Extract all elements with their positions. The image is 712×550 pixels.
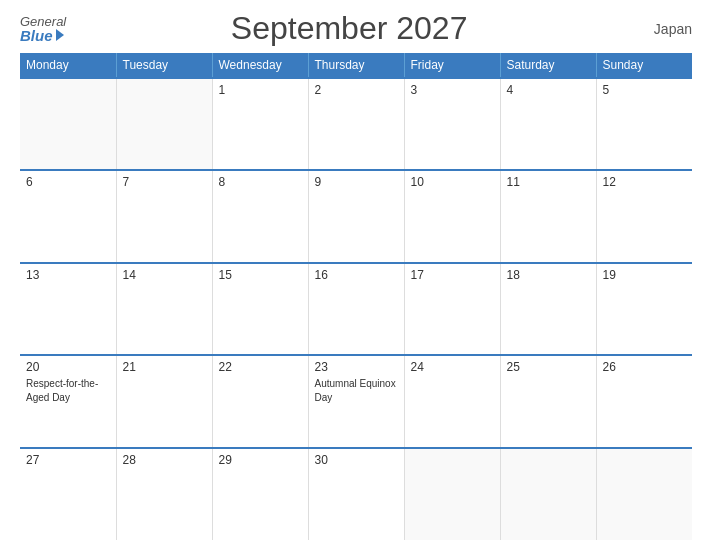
day-number: 22 <box>219 360 302 374</box>
country-label: Japan <box>632 21 692 37</box>
day-number: 1 <box>219 83 302 97</box>
day-cell: 27 <box>20 448 116 540</box>
calendar-title: September 2027 <box>66 10 632 47</box>
day-cell: 8 <box>212 170 308 262</box>
calendar-header: General Blue September 2027 Japan <box>20 10 692 47</box>
day-cell: 17 <box>404 263 500 355</box>
calendar-table: MondayTuesdayWednesdayThursdayFridaySatu… <box>20 53 692 540</box>
day-cell <box>20 78 116 170</box>
day-cell: 14 <box>116 263 212 355</box>
day-cell: 7 <box>116 170 212 262</box>
day-cell: 29 <box>212 448 308 540</box>
day-cell: 4 <box>500 78 596 170</box>
logo: General Blue <box>20 15 66 43</box>
day-cell: 10 <box>404 170 500 262</box>
day-number: 27 <box>26 453 110 467</box>
day-event: Respect-for-the-Aged Day <box>26 378 98 403</box>
day-event: Autumnal Equinox Day <box>315 378 396 403</box>
day-cell: 6 <box>20 170 116 262</box>
day-number: 24 <box>411 360 494 374</box>
day-number: 21 <box>123 360 206 374</box>
day-number: 8 <box>219 175 302 189</box>
day-cell: 21 <box>116 355 212 447</box>
day-cell <box>596 448 692 540</box>
day-number: 28 <box>123 453 206 467</box>
week-row-3: 13141516171819 <box>20 263 692 355</box>
weekday-header-saturday: Saturday <box>500 53 596 78</box>
weekday-header-friday: Friday <box>404 53 500 78</box>
day-number: 4 <box>507 83 590 97</box>
day-number: 30 <box>315 453 398 467</box>
week-row-4: 20Respect-for-the-Aged Day212223Autumnal… <box>20 355 692 447</box>
day-cell: 22 <box>212 355 308 447</box>
day-number: 25 <box>507 360 590 374</box>
day-number: 14 <box>123 268 206 282</box>
week-row-5: 27282930 <box>20 448 692 540</box>
weekday-header-monday: Monday <box>20 53 116 78</box>
day-cell: 25 <box>500 355 596 447</box>
logo-triangle-icon <box>56 29 64 41</box>
day-number: 11 <box>507 175 590 189</box>
day-number: 19 <box>603 268 687 282</box>
day-cell: 24 <box>404 355 500 447</box>
day-cell: 18 <box>500 263 596 355</box>
day-cell <box>500 448 596 540</box>
day-number: 17 <box>411 268 494 282</box>
day-cell: 12 <box>596 170 692 262</box>
day-cell: 11 <box>500 170 596 262</box>
day-cell: 13 <box>20 263 116 355</box>
day-cell <box>116 78 212 170</box>
day-cell: 23Autumnal Equinox Day <box>308 355 404 447</box>
logo-blue-text: Blue <box>20 28 66 43</box>
day-cell: 28 <box>116 448 212 540</box>
day-number: 26 <box>603 360 687 374</box>
week-row-1: 12345 <box>20 78 692 170</box>
day-number: 16 <box>315 268 398 282</box>
day-cell: 9 <box>308 170 404 262</box>
day-number: 7 <box>123 175 206 189</box>
week-row-2: 6789101112 <box>20 170 692 262</box>
day-number: 29 <box>219 453 302 467</box>
day-cell: 5 <box>596 78 692 170</box>
day-cell: 16 <box>308 263 404 355</box>
day-number: 18 <box>507 268 590 282</box>
logo-general-text: General <box>20 15 66 28</box>
day-number: 10 <box>411 175 494 189</box>
day-cell: 30 <box>308 448 404 540</box>
day-cell: 19 <box>596 263 692 355</box>
day-number: 6 <box>26 175 110 189</box>
weekday-header-thursday: Thursday <box>308 53 404 78</box>
day-cell: 1 <box>212 78 308 170</box>
day-number: 2 <box>315 83 398 97</box>
day-number: 3 <box>411 83 494 97</box>
day-number: 5 <box>603 83 687 97</box>
day-cell: 15 <box>212 263 308 355</box>
weekday-header-wednesday: Wednesday <box>212 53 308 78</box>
day-cell: 3 <box>404 78 500 170</box>
weekday-header-row: MondayTuesdayWednesdayThursdayFridaySatu… <box>20 53 692 78</box>
day-number: 12 <box>603 175 687 189</box>
day-cell: 26 <box>596 355 692 447</box>
weekday-header-sunday: Sunday <box>596 53 692 78</box>
day-number: 15 <box>219 268 302 282</box>
day-number: 13 <box>26 268 110 282</box>
weekday-header-tuesday: Tuesday <box>116 53 212 78</box>
day-number: 20 <box>26 360 110 374</box>
day-number: 9 <box>315 175 398 189</box>
day-number: 23 <box>315 360 398 374</box>
day-cell <box>404 448 500 540</box>
day-cell: 2 <box>308 78 404 170</box>
day-cell: 20Respect-for-the-Aged Day <box>20 355 116 447</box>
